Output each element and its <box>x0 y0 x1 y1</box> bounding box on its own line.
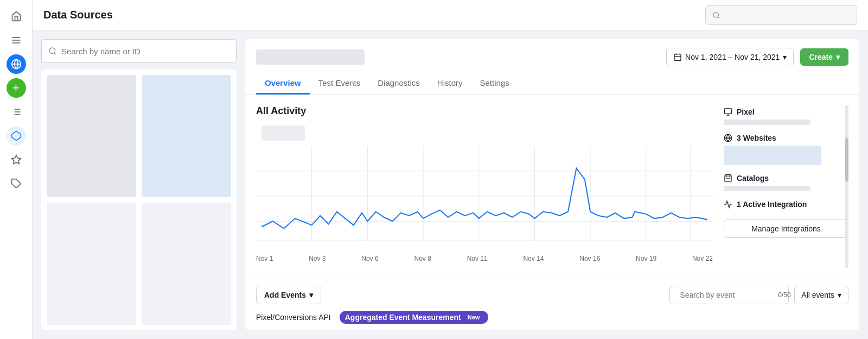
main-content: Data Sources <box>33 0 868 339</box>
menu-icon[interactable] <box>7 30 26 50</box>
catalogs-header: Catalogs <box>724 174 848 183</box>
chart-title: All Activity <box>256 105 713 117</box>
shopping-bag-icon <box>724 174 732 183</box>
search-box[interactable] <box>41 39 237 63</box>
event-count: 0/50 <box>778 291 790 299</box>
tab-settings[interactable]: Settings <box>471 73 518 95</box>
manage-integrations-button[interactable]: Manage Integrations <box>724 219 848 238</box>
svg-rect-34 <box>724 109 731 114</box>
pixel-icon[interactable] <box>7 126 26 146</box>
chevron-down-icon: ▾ <box>309 291 313 299</box>
integration-section: 1 Active Integration <box>724 200 848 209</box>
svg-line-15 <box>718 16 719 18</box>
left-panel <box>41 39 237 330</box>
right-panel: Nov 1, 2021 – Nov 21, 2021 ▾ Create ▾ Ov… <box>245 39 859 330</box>
list-icon[interactable] <box>7 102 26 122</box>
tab-test-events[interactable]: Test Events <box>310 73 369 95</box>
svg-marker-11 <box>11 131 21 141</box>
header-controls: Nov 1, 2021 – Nov 21, 2021 ▾ Create ▾ <box>666 48 848 66</box>
event-search[interactable]: 0/50 <box>669 286 789 304</box>
websites-section: 3 Websites <box>724 134 848 165</box>
chevron-down-icon: ▾ <box>783 53 787 61</box>
pixel-section: Pixel <box>724 108 848 125</box>
x-label: Nov 11 <box>467 255 488 262</box>
scrollbar-thumb[interactable] <box>845 138 848 181</box>
svg-line-17 <box>54 53 56 54</box>
search-icon <box>48 47 57 55</box>
bottom-right: 0/50 All events ▾ <box>669 286 848 304</box>
catalogs-section: Catalogs <box>724 174 848 191</box>
websites-bar <box>724 146 821 165</box>
tabs: Overview Test Events Diagnostics History… <box>256 73 848 94</box>
chevron-down-icon: ▾ <box>836 53 840 61</box>
event-search-input[interactable] <box>680 291 775 299</box>
pixel-header: Pixel <box>724 108 848 116</box>
create-button[interactable]: Create ▾ <box>800 48 848 66</box>
x-label: Nov 1 <box>256 255 273 262</box>
x-label: Nov 8 <box>414 255 431 262</box>
left-sidebar: + <box>0 0 33 339</box>
header-search-input[interactable] <box>725 11 850 20</box>
tab-diagnostics[interactable]: Diagnostics <box>369 73 429 95</box>
bottom-bar: Add Events ▾ 0/50 All events ▾ <box>245 279 859 311</box>
pixel-bar <box>724 120 810 125</box>
svg-marker-12 <box>11 155 21 164</box>
scrollbar-track[interactable] <box>845 105 848 268</box>
websites-header: 3 Websites <box>724 134 848 142</box>
list-grid <box>41 70 237 330</box>
globe-icon[interactable] <box>7 54 26 74</box>
date-range-label: Nov 1, 2021 – Nov 21, 2021 <box>685 53 780 61</box>
svg-point-16 <box>49 48 55 54</box>
globe-small-icon <box>724 134 732 142</box>
catalogs-bar <box>724 186 810 191</box>
list-item[interactable] <box>142 203 231 325</box>
datasource-title <box>256 49 365 65</box>
x-label: Nov 6 <box>361 255 378 262</box>
tag-icon[interactable] <box>7 174 26 193</box>
x-label: Nov 16 <box>579 255 600 262</box>
calendar-icon <box>673 53 682 61</box>
chart-x-labels: Nov 1 Nov 3 Nov 6 Nov 8 Nov 11 Nov 14 No… <box>256 253 713 262</box>
x-label: Nov 3 <box>309 255 326 262</box>
monitor-icon <box>724 108 732 116</box>
header-search <box>705 5 857 25</box>
chevron-down-icon: ▾ <box>838 291 841 299</box>
content-body: Nov 1, 2021 – Nov 21, 2021 ▾ Create ▾ Ov… <box>33 30 868 339</box>
add-icon[interactable]: + <box>7 78 26 98</box>
x-label: Nov 22 <box>692 255 713 262</box>
star-icon[interactable] <box>7 150 26 170</box>
activity-icon <box>724 200 732 209</box>
chart-container: Nov 1 Nov 3 Nov 6 Nov 8 Nov 11 Nov 14 No… <box>256 125 713 268</box>
header-search-icon <box>712 11 720 20</box>
chart-label-placeholder <box>261 125 305 141</box>
pixel-conversions-tab[interactable]: Pixel/Conversions API <box>256 313 331 322</box>
right-sidebar: Pixel 3 Websites C <box>724 105 848 268</box>
list-item[interactable] <box>47 75 136 197</box>
top-header: Data Sources <box>33 0 868 30</box>
right-header-top: Nov 1, 2021 – Nov 21, 2021 ▾ Create ▾ <box>256 48 848 66</box>
list-item[interactable] <box>47 203 136 325</box>
svg-rect-18 <box>674 54 681 61</box>
svg-point-14 <box>713 12 719 17</box>
home-icon[interactable] <box>7 7 26 26</box>
list-item[interactable] <box>142 75 231 197</box>
right-panel-header: Nov 1, 2021 – Nov 21, 2021 ▾ Create ▾ Ov… <box>245 39 859 95</box>
page-title: Data Sources <box>43 9 113 21</box>
integration-header: 1 Active Integration <box>724 200 848 209</box>
tab-overview[interactable]: Overview <box>256 73 310 95</box>
tab-history[interactable]: History <box>429 73 471 95</box>
bottom-tabs-row: Pixel/Conversions API Aggregated Event M… <box>245 311 859 330</box>
all-events-button[interactable]: All events ▾ <box>794 286 848 304</box>
left-list <box>41 70 237 330</box>
x-label: Nov 14 <box>523 255 544 262</box>
chart-area: All Activity <box>245 95 859 279</box>
aem-badge[interactable]: Aggregated Event Measurement New <box>340 311 489 324</box>
search-input[interactable] <box>61 47 229 56</box>
x-label: Nov 19 <box>636 255 656 262</box>
chart-main: All Activity <box>256 105 713 268</box>
add-events-button[interactable]: Add Events ▾ <box>256 286 321 304</box>
activity-chart <box>256 142 713 250</box>
date-range-button[interactable]: Nov 1, 2021 – Nov 21, 2021 ▾ <box>666 48 794 66</box>
